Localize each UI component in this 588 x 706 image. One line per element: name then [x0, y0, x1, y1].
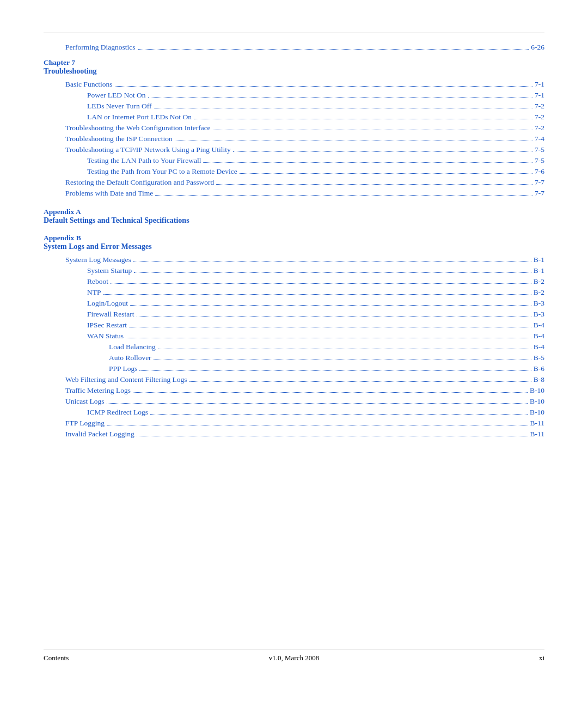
- toc-dots-ch7-6: [233, 151, 532, 152]
- toc-link-apB-7[interactable]: WAN Status: [87, 332, 124, 340]
- chapter7-toc-entry-6: Troubleshooting a TCP/IP Network Using a…: [44, 145, 544, 154]
- toc-link-apB-15[interactable]: FTP Logging: [65, 419, 105, 428]
- toc-dots-ch7-5: [175, 141, 532, 141]
- toc-dots-ch7-8: [240, 173, 532, 174]
- page-footer: Contents v1.0, March 2008 xi: [44, 649, 544, 662]
- toc-page-apB-0: B-1: [534, 255, 544, 264]
- toc-link-ch7-8[interactable]: Testing the Path from Your PC to a Remot…: [87, 167, 237, 176]
- toc-link-apB-3[interactable]: NTP: [87, 288, 101, 297]
- toc-link-apB-11[interactable]: Web Filtering and Content Filtering Logs: [65, 375, 187, 384]
- toc-link-apB-12[interactable]: Traffic Metering Logs: [65, 386, 131, 395]
- toc-page-apB-12: B-10: [530, 386, 544, 395]
- toc-page-apB-16: B-11: [530, 430, 545, 439]
- chapter7-toc-entry-5: Troubleshooting the ISP Connection 7-4: [44, 135, 544, 143]
- toc-dots-apB-4: [130, 305, 531, 306]
- appendixA-label: Appendix A: [44, 208, 544, 216]
- toc-link-apB-16[interactable]: Invalid Packet Logging: [65, 430, 134, 439]
- appendixB-toc-entry-10: PPP Logs B-6: [44, 364, 544, 373]
- appendixB-toc-entries: System Log Messages B-1 System Startup B…: [44, 255, 544, 441]
- toc-dots-apB-0: [133, 261, 531, 262]
- footer-left: Contents: [44, 654, 109, 662]
- toc-link-performing-diagnostics[interactable]: Performing Diagnostics: [65, 43, 136, 52]
- toc-entry-performing-diagnostics: Performing Diagnostics 6-26: [44, 43, 544, 52]
- toc-dots-apB-15: [107, 425, 528, 425]
- toc-dots: [138, 49, 529, 50]
- toc-link-ch7-3[interactable]: LAN or Internet Port LEDs Not On: [87, 113, 192, 121]
- toc-dots-apB-13: [107, 403, 528, 404]
- toc-dots-apB-16: [137, 436, 528, 436]
- toc-page-ch7-10: 7-7: [535, 189, 544, 198]
- appendixB-toc-entry-16: Invalid Packet Logging B-11: [44, 430, 544, 439]
- toc-link-apB-9[interactable]: Auto Rollover: [109, 354, 151, 362]
- appendixB-toc-entry-1: System Startup B-1: [44, 266, 544, 275]
- toc-dots-ch7-7: [203, 162, 532, 163]
- toc-page-ch7-7: 7-5: [535, 156, 544, 165]
- toc-link-apB-4[interactable]: Login/Logout: [87, 299, 128, 308]
- toc-dots-apB-6: [129, 327, 531, 327]
- toc-dots-ch7-3: [194, 119, 532, 119]
- toc-page-ch7-4: 7-2: [535, 124, 544, 132]
- toc-dots-ch7-2: [154, 108, 532, 108]
- toc-page-ch7-8: 7-6: [535, 167, 544, 176]
- toc-link-apB-8[interactable]: Load Balancing: [109, 343, 156, 351]
- toc-link-apB-5[interactable]: Firewall Restart: [87, 310, 134, 319]
- toc-link-apB-13[interactable]: Unicast Logs: [65, 397, 105, 406]
- appendixB-toc-entry-7: WAN Status B-4: [44, 332, 544, 340]
- appendixA-heading: Appendix A Default Settings and Technica…: [44, 208, 544, 225]
- toc-dots-ch7-9: [216, 184, 532, 185]
- toc-page-ch7-2: 7-2: [535, 102, 544, 111]
- toc-link-apB-0[interactable]: System Log Messages: [65, 255, 131, 264]
- chapter7-toc-entry-3: LAN or Internet Port LEDs Not On 7-2: [44, 113, 544, 121]
- appendixB-toc-entry-6: IPSec Restart B-4: [44, 321, 544, 330]
- toc-link-apB-6[interactable]: IPSec Restart: [87, 321, 127, 330]
- appendixB-toc-entry-11: Web Filtering and Content Filtering Logs…: [44, 375, 544, 384]
- toc-page-ch7-9: 7-7: [535, 178, 544, 187]
- toc-page-apB-7: B-4: [534, 332, 544, 340]
- toc-page-apB-4: B-3: [534, 299, 544, 308]
- toc-link-ch7-2[interactable]: LEDs Never Turn Off: [87, 102, 152, 111]
- toc-link-apB-2[interactable]: Reboot: [87, 277, 108, 286]
- appendixB-toc-entry-8: Load Balancing B-4: [44, 343, 544, 351]
- toc-link-apB-10[interactable]: PPP Logs: [109, 364, 137, 373]
- appendixB-toc-entry-2: Reboot B-2: [44, 277, 544, 286]
- toc-dots-ch7-10: [155, 195, 532, 196]
- toc-link-ch7-1[interactable]: Power LED Not On: [87, 91, 146, 100]
- toc-link-ch7-6[interactable]: Troubleshooting a TCP/IP Network Using a…: [65, 145, 231, 154]
- toc-page-apB-1: B-1: [534, 266, 544, 275]
- toc-link-ch7-9[interactable]: Restoring the Default Configuration and …: [65, 178, 214, 187]
- appendixB-toc-entry-3: NTP B-2: [44, 288, 544, 297]
- toc-page-ch7-5: 7-4: [535, 135, 544, 143]
- appendixB-toc-entry-9: Auto Rollover B-5: [44, 354, 544, 362]
- toc-link-ch7-10[interactable]: Problems with Date and Time: [65, 189, 153, 198]
- footer-center: v1.0, March 2008: [109, 654, 479, 662]
- appendixA-title: Default Settings and Technical Specifica…: [44, 216, 544, 225]
- toc-link-ch7-0[interactable]: Basic Functions: [65, 80, 113, 89]
- appendixB-label: Appendix B: [44, 234, 544, 242]
- appendixB-toc-entry-0: System Log Messages B-1: [44, 255, 544, 264]
- toc-dots-apB-8: [158, 349, 531, 349]
- toc-page-apB-2: B-2: [534, 277, 544, 286]
- toc-link-ch7-5[interactable]: Troubleshooting the ISP Connection: [65, 135, 173, 143]
- toc-link-apB-1[interactable]: System Startup: [87, 266, 132, 275]
- appendixB-title: System Logs and Error Messages: [44, 242, 544, 251]
- toc-page-apB-15: B-11: [530, 419, 545, 428]
- toc-link-ch7-7[interactable]: Testing the LAN Path to Your Firewall: [87, 156, 201, 165]
- toc-dots-ch7-1: [148, 97, 532, 98]
- toc-page-ch7-0: 7-1: [535, 80, 544, 89]
- toc-page-apB-13: B-10: [530, 397, 544, 406]
- toc-link-ch7-4[interactable]: Troubleshooting the Web Configuration In…: [65, 124, 211, 132]
- toc-page-apB-5: B-3: [534, 310, 544, 319]
- footer-right: xi: [479, 654, 544, 662]
- toc-link-apB-14[interactable]: ICMP Redirect Logs: [87, 408, 148, 417]
- chapter7-heading: Chapter 7 Troubleshooting: [44, 58, 544, 76]
- chapter7-toc-entry-8: Testing the Path from Your PC to a Remot…: [44, 167, 544, 176]
- toc-page-ch7-6: 7-5: [535, 145, 544, 154]
- toc-dots-apB-10: [139, 370, 531, 371]
- appendixB-toc-entry-13: Unicast Logs B-10: [44, 397, 544, 406]
- chapter7-toc-entry-2: LEDs Never Turn Off 7-2: [44, 102, 544, 111]
- chapter7-label: Chapter 7: [44, 58, 544, 67]
- chapter7-toc-entry-7: Testing the LAN Path to Your Firewall 7-…: [44, 156, 544, 165]
- toc-page-apB-3: B-2: [534, 288, 544, 297]
- toc-dots-apB-12: [133, 392, 528, 393]
- chapter7-toc-entry-10: Problems with Date and Time 7-7: [44, 189, 544, 198]
